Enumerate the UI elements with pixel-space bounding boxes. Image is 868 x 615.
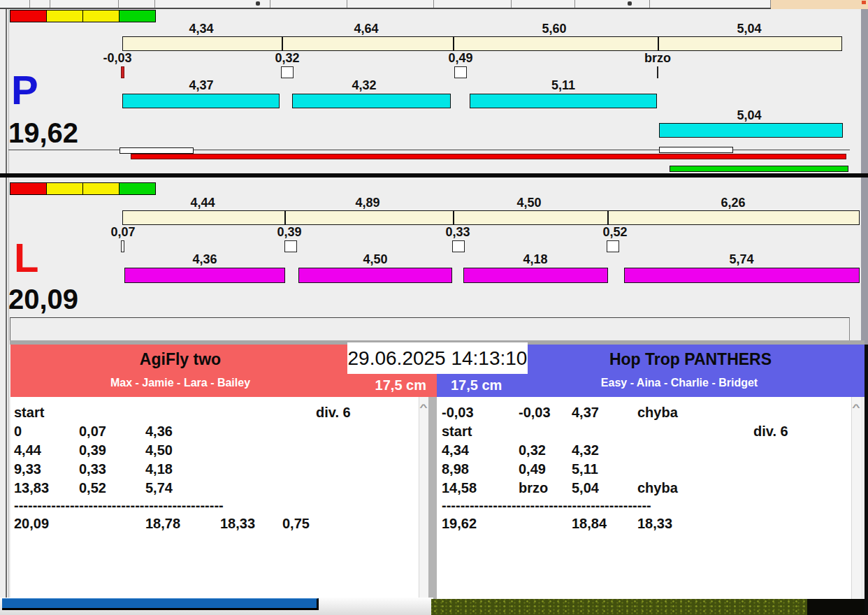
lane-p-progress-green-bar	[670, 166, 848, 172]
lane-p-total-time: 19,62	[8, 119, 78, 147]
lane-l-change-checkbox[interactable]	[607, 240, 619, 252]
lane-p-change-checkbox[interactable]	[281, 66, 294, 78]
table-cell: 0,07	[79, 424, 106, 439]
toolbar-button[interactable]	[155, 0, 270, 8]
table-cell: chyba	[637, 405, 678, 420]
table-cell: 8,98	[442, 461, 469, 477]
indicator-yellow-square	[82, 182, 120, 195]
toolbar-button[interactable]	[512, 0, 575, 8]
table-cell: 5,11	[572, 461, 598, 477]
indicator-red-square	[10, 182, 47, 195]
lane-p-change-label: 0,32	[249, 51, 326, 66]
toolbar-button[interactable]	[434, 0, 512, 8]
table-cell: 13,83	[14, 480, 49, 495]
lane-p-dog-bar	[122, 94, 280, 108]
table-cell: 0,39	[79, 442, 106, 458]
window-right-border-bottom	[865, 345, 868, 615]
left-team-dogs: Max - Jamie - Lara - Bailey	[10, 377, 350, 389]
split-bar-divider	[282, 37, 283, 50]
left-table-scrollbar[interactable]	[419, 397, 428, 598]
window-left-border	[6, 9, 7, 612]
right-division: div. 6	[753, 424, 788, 439]
lane-p-letter: P	[11, 70, 38, 110]
top-toolbar	[0, 0, 868, 9]
lane-p-dog-time: 4,37	[163, 78, 240, 93]
lane-l-segment-time: 6,26	[695, 196, 772, 210]
toolbar-button[interactable]	[650, 0, 771, 8]
split-bar-divider	[658, 37, 659, 50]
table-dash-separator: ----------------------------------------…	[14, 498, 274, 512]
indicator-yellow-square	[46, 182, 83, 195]
table-cell: 4,32	[572, 442, 599, 458]
indicator-green-square	[119, 182, 156, 195]
toolbar-glyph-fragment	[628, 1, 632, 6]
right-team-dogs: Easy - Aina - Charlie - Bridget	[494, 377, 865, 389]
lane-l-change-label: 0,07	[85, 225, 161, 240]
lane-l-dog-bar	[124, 268, 285, 283]
flyball-timing-screen: 4,34 4,64 5,60 5,04 -0,03 0,32 0,49 brzo…	[0, 0, 868, 615]
table-cell: 0,32	[519, 442, 546, 458]
lane-p-dog-bar	[659, 123, 843, 138]
toolbar-right-strip	[771, 0, 868, 9]
lane-p-dog-bar	[292, 94, 451, 108]
lane-l-dog-time: 4,18	[497, 252, 574, 267]
lane-l-start-tick	[121, 240, 124, 252]
right-table-scrollbar[interactable]	[851, 397, 861, 600]
indicator-yellow-square	[46, 10, 83, 22]
indicator-yellow-square	[82, 10, 120, 22]
lane-l-dog-bar	[624, 268, 860, 283]
left-team-jump-height: 17,5 cm	[328, 377, 426, 393]
lane-l-letter: L	[14, 238, 38, 278]
scroll-up-arrow-icon[interactable]: ^	[849, 402, 864, 412]
table-cell: -0,03	[442, 405, 474, 420]
table-cell: start	[442, 424, 472, 439]
split-bar-divider	[453, 211, 454, 224]
toolbar-button[interactable]	[50, 0, 119, 8]
table-total-cell: 18,33	[220, 516, 255, 531]
lane-p-segment-time: 4,34	[163, 22, 240, 36]
lane-l-light-indicator	[10, 182, 156, 195]
lane-l-dog-time: 5,74	[703, 252, 780, 267]
lane-l-change-label: 0,52	[577, 225, 653, 240]
table-cell: 4,36	[145, 424, 173, 439]
lane-l-segment-time: 4,50	[491, 196, 567, 210]
split-bar-divider	[284, 211, 286, 224]
split-bar-divider	[607, 211, 609, 224]
lane-l-change-checkbox[interactable]	[284, 240, 297, 252]
lane-p-light-indicator	[10, 10, 156, 22]
lane-l-segment-time: 4,44	[164, 196, 241, 210]
table-cell: 0,52	[79, 480, 106, 495]
lane-separator	[0, 173, 868, 178]
lane-p-segment-time: 5,04	[711, 22, 788, 36]
lane-l-dog-time: 4,50	[337, 252, 414, 267]
toolbar-button[interactable]	[119, 0, 155, 8]
indicator-red-square	[10, 10, 47, 22]
toolbar-button[interactable]	[0, 0, 30, 8]
toolbar-button[interactable]	[270, 0, 347, 8]
table-total-cell: 20,09	[14, 516, 49, 531]
lane-l-change-checkbox[interactable]	[452, 240, 465, 252]
lane-p-dog-bar	[470, 94, 657, 108]
table-cell: 14,58	[442, 480, 477, 495]
toolbar-button[interactable]	[30, 0, 50, 8]
table-total-cell: 18,78	[145, 516, 180, 531]
table-cell: 0,49	[519, 461, 546, 477]
lane-p-change-label: -0,03	[79, 51, 156, 66]
lane-p-change-checkbox[interactable]	[454, 66, 467, 78]
table-cell: 9,33	[14, 461, 41, 477]
table-cell: brzo	[519, 480, 548, 495]
split-bar-divider	[453, 37, 454, 50]
toolbar-button[interactable]	[347, 0, 434, 8]
table-cell: 4,34	[442, 442, 469, 458]
camera-grass-view	[431, 599, 865, 615]
timestamp-box: 29.06.2025 14:13:10	[347, 342, 528, 374]
table-cell: 5,04	[572, 480, 599, 495]
lane-p-change-label: 0,49	[422, 51, 499, 66]
bottom-blue-bar[interactable]	[2, 598, 319, 610]
lane-p-start-fault-tick	[121, 66, 124, 78]
table-total-cell: 0,75	[282, 516, 310, 531]
lane-l-dog-bar	[298, 268, 452, 283]
toolbar-button[interactable]	[575, 0, 650, 8]
indicator-green-square	[119, 10, 156, 22]
lane-l-dog-bar	[463, 268, 608, 283]
